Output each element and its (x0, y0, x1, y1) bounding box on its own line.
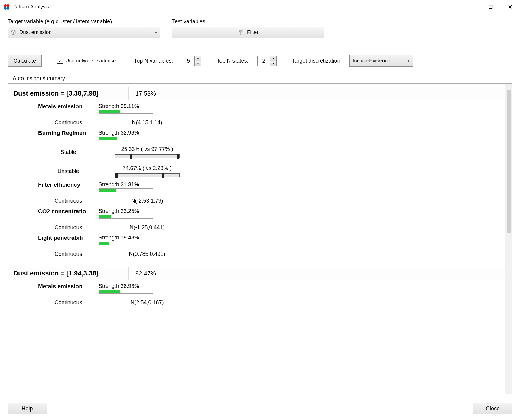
target-discretization-value: IncludeEvidence (353, 58, 391, 64)
variable-name: Metals emission (38, 103, 99, 110)
checkbox-icon: ✓ (57, 58, 63, 64)
state-value: N(4.15,1.14) (132, 119, 162, 126)
variable-strength: Strength 23.25% (99, 208, 153, 219)
strength-label: Strength 23.25% (99, 208, 153, 214)
calculate-button-label: Calculate (13, 58, 36, 64)
state-label: Continuous (38, 251, 99, 257)
target-discretization-combo[interactable]: IncludeEvidence ▾ (349, 55, 413, 67)
scrollbar[interactable]: ˄ ˅ (505, 84, 512, 394)
state-row: ContinuousN(-2.53,1.79) (38, 197, 207, 205)
insight-scroll-area: Dust emission = [3.38,7.98]17.53%Metals … (8, 84, 505, 394)
cluster-title: Dust emission = [3.38,7.98] (8, 87, 129, 100)
variable-block: Metals emissionStrength 38.96%Continuous… (38, 283, 505, 307)
minimize-button[interactable] (462, 0, 481, 14)
variable-name: CO2 concentratio (38, 208, 99, 215)
top-n-variables-label: Top N variables: (134, 58, 173, 64)
use-network-evidence-label: Use network evidence (65, 58, 116, 64)
state-row: ContinuousN(4.15,1.14) (38, 119, 207, 127)
scroll-up-icon[interactable]: ˄ (505, 84, 512, 90)
svg-point-3 (7, 7, 9, 10)
spinner-down-icon[interactable]: ▼ (270, 61, 276, 66)
strength-bar (99, 110, 153, 114)
test-variables-label: Test variables (172, 18, 324, 25)
target-discretization-label: Target discretization (292, 58, 340, 64)
variable-strength: Strength 39.11% (99, 103, 153, 114)
tab-label: Auto insight summary (13, 75, 65, 81)
cluster-percent: 17.53% (129, 87, 163, 100)
svg-rect-5 (489, 5, 492, 9)
strength-label: Strength 31.31% (99, 181, 153, 188)
variable-name: Light penetrabili (38, 235, 99, 241)
state-row: Stable25.33% ( vs 97.77% ) (38, 145, 207, 159)
strength-label: Strength 19.48% (99, 235, 153, 241)
title-bar: Pattern Analysis (0, 0, 520, 14)
target-variable-label: Target variable (e.g cluster / latent va… (8, 18, 160, 25)
strength-bar (99, 290, 153, 294)
chevron-down-icon: ▾ (155, 30, 157, 35)
cluster-title: Dust emission = [1.94,3.38) (8, 267, 129, 280)
use-network-evidence-checkbox[interactable]: ✓ Use network evidence (57, 58, 116, 64)
help-button[interactable]: Help (8, 403, 47, 414)
scrollbar-thumb[interactable] (507, 90, 511, 233)
svg-point-0 (4, 4, 7, 7)
state-row: ContinuousN(0.785,0.491) (38, 250, 207, 258)
variable-strength: Strength 32.98% (99, 130, 153, 140)
state-label: Continuous (38, 299, 99, 306)
state-label: Stable (38, 149, 99, 155)
close-button[interactable]: Close (473, 403, 512, 414)
variable-strength: Strength 31.31% (99, 181, 153, 192)
close-button-label: Close (486, 405, 500, 412)
scroll-down-icon[interactable]: ˅ (505, 387, 512, 394)
strength-bar (99, 242, 153, 245)
top-n-states-spinner[interactable]: 2 ▲ ▼ (257, 56, 277, 66)
chevron-down-icon: ▾ (408, 59, 410, 63)
window-title: Pattern Analysis (12, 4, 49, 10)
spinner-up-icon[interactable]: ▲ (194, 56, 201, 61)
app-icon (3, 4, 10, 10)
spinner-down-icon[interactable]: ▼ (194, 61, 201, 66)
state-row: ContinuousN(2.54,0.187) (38, 298, 207, 307)
state-row: Unstable74.67% ( vs 2.23% ) (38, 164, 207, 178)
variable-strength: Strength 38.96% (99, 283, 153, 294)
tab-auto-insight-summary[interactable]: Auto insight summary (8, 73, 70, 83)
top-n-variables-spinner[interactable]: 5 ▲ ▼ (182, 56, 201, 66)
state-label: Continuous (38, 198, 99, 204)
maximize-button[interactable] (481, 0, 500, 14)
variable-name: Burning Regimen (38, 130, 99, 136)
strength-bar (99, 188, 153, 192)
variable-block: CO2 concentratioStrength 23.25%Continuou… (38, 208, 505, 232)
state-value: 25.33% ( vs 97.77% ) (121, 146, 173, 152)
cluster-header: Dust emission = [3.38,7.98]17.53% (8, 87, 505, 100)
top-n-variables-value[interactable]: 5 (182, 56, 194, 66)
state-label: Continuous (38, 224, 99, 231)
strength-label: Strength 39.11% (99, 103, 153, 109)
variable-name: Metals emission (38, 283, 99, 290)
strength-bar (99, 137, 153, 140)
state-value: N(2.54,0.187) (130, 299, 164, 306)
strength-label: Strength 32.98% (99, 130, 153, 136)
close-window-button[interactable] (500, 0, 520, 14)
cluster-percent: 82.47% (129, 267, 163, 280)
spinner-up-icon[interactable]: ▲ (270, 56, 276, 61)
variable-block: Metals emissionStrength 39.11%Continuous… (38, 103, 505, 127)
cube-icon (10, 29, 16, 35)
state-row: ContinuousN(-1.25,0.441) (38, 223, 207, 232)
filter-button[interactable]: Filter (172, 27, 324, 38)
svg-point-1 (7, 4, 9, 7)
cluster-header: Dust emission = [1.94,3.38)82.47% (8, 267, 505, 280)
strength-label: Strength 38.96% (99, 283, 153, 289)
target-variable-value: Dust emission (19, 29, 52, 35)
top-n-states-value[interactable]: 2 (258, 56, 270, 66)
calculate-button[interactable]: Calculate (8, 55, 42, 67)
state-value: N(-2.53,1.79) (131, 198, 163, 204)
strength-bar (99, 215, 153, 219)
target-variable-combo[interactable]: Dust emission ▾ (8, 27, 160, 38)
funnel-icon (238, 30, 243, 35)
help-button-label: Help (21, 405, 33, 412)
state-label: Unstable (38, 168, 99, 174)
state-label: Continuous (38, 119, 99, 126)
state-bar (115, 154, 180, 158)
state-bar (115, 173, 180, 177)
variable-strength: Strength 19.48% (99, 235, 153, 245)
state-value: 74.67% ( vs 2.23% ) (122, 165, 171, 171)
